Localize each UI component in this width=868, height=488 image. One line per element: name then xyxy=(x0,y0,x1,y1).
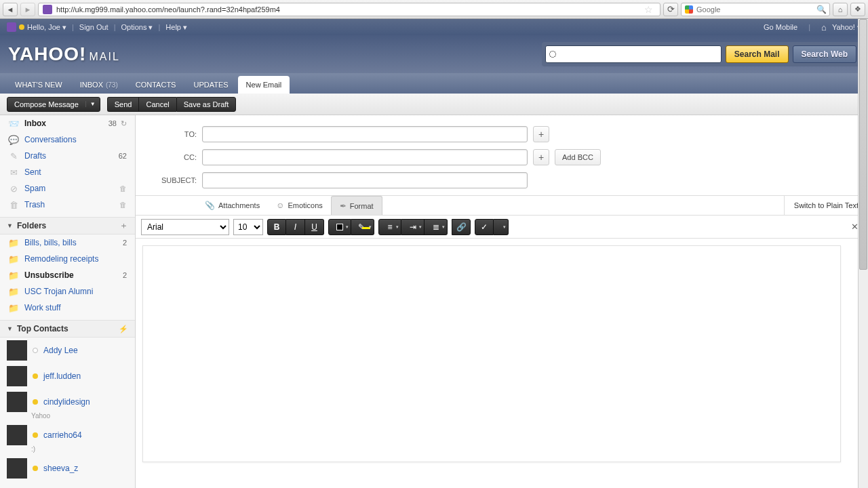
sent-icon: ✉ xyxy=(8,167,19,177)
custom-folder[interactable]: 📁Bills, bills, bills2 xyxy=(0,235,135,251)
compose-content: TO: + CC: + Add BCC SUBJECT: 📎Attachment… xyxy=(136,115,868,488)
status-icon xyxy=(33,373,38,379)
go-mobile-link[interactable]: Go Mobile xyxy=(764,23,797,31)
forward-button[interactable]: ► xyxy=(20,3,35,16)
tab-inbox[interactable]: INBOX(73) xyxy=(72,76,126,94)
spam-icon: ⊘ xyxy=(8,184,19,193)
reload-button[interactable] xyxy=(663,3,678,16)
link-button[interactable]: 🔗 xyxy=(452,219,471,235)
contact-item[interactable]: cindylidesign xyxy=(0,389,135,415)
add-bcc-button[interactable]: Add BCC xyxy=(555,149,601,165)
folder-inbox[interactable]: 📨 Inbox 38 ↻ xyxy=(0,115,135,131)
scrollbar-thumb[interactable] xyxy=(859,19,867,270)
list-button[interactable]: ≣ xyxy=(425,219,448,235)
add-cc-button[interactable]: + xyxy=(533,149,549,165)
to-input[interactable] xyxy=(202,126,528,142)
bolt-icon[interactable]: ⚡ xyxy=(119,325,128,333)
mail-search-cluster: Search Mail Search Web xyxy=(542,42,860,66)
contact-item[interactable]: carrieho64 xyxy=(0,422,135,448)
folder-conversations[interactable]: 💬 Conversations xyxy=(0,131,135,148)
avatar xyxy=(7,340,27,361)
switch-plain-text[interactable]: Switch to Plain Text xyxy=(784,196,868,215)
align-button[interactable]: ≡ xyxy=(378,219,401,235)
yahoo-favicon xyxy=(7,22,16,32)
folder-sent[interactable]: ✉ Sent xyxy=(0,164,135,180)
format-button[interactable]: ✒Format xyxy=(331,196,382,215)
search-web-button[interactable]: Search Web xyxy=(793,45,856,63)
folders-section-head[interactable]: ▼ Folders ＋ xyxy=(0,217,135,235)
bold-button[interactable]: B xyxy=(267,219,286,235)
custom-folder[interactable]: 📁USC Trojan Alumni xyxy=(0,283,135,300)
folder-icon: 📁 xyxy=(8,287,19,296)
folder-drafts[interactable]: ✎ Drafts 62 xyxy=(0,148,135,164)
yahoo-mail-logo[interactable]: YAHOO!MAIL xyxy=(8,43,120,65)
send-button[interactable]: Send xyxy=(107,97,139,112)
chevron-down-icon[interactable]: ▼ xyxy=(85,101,100,107)
avatar xyxy=(7,392,27,412)
magnifier-icon[interactable]: 🔍 xyxy=(816,5,827,14)
italic-button[interactable]: I xyxy=(286,219,305,235)
underline-button[interactable]: U xyxy=(305,219,324,235)
help-link[interactable]: Help ▾ xyxy=(165,23,187,32)
trash-icon: 🗑 xyxy=(8,200,19,209)
greeting-link[interactable]: Hello, Joe ▾ xyxy=(27,23,66,32)
browser-search[interactable]: 🔍 xyxy=(681,3,830,16)
to-label: TO: xyxy=(149,130,197,138)
emoticons-button[interactable]: ☺Emoticons xyxy=(268,196,331,215)
tab-new-email[interactable]: New Email xyxy=(238,76,290,94)
text-color-button[interactable] xyxy=(328,219,351,235)
cc-input[interactable] xyxy=(202,149,528,165)
tab-whats-new[interactable]: WHAT'S NEW xyxy=(7,76,71,94)
font-size-select[interactable]: 10 xyxy=(233,219,263,235)
smiley-icon: ☺ xyxy=(276,201,284,210)
url-bar[interactable]: http://uk.mg999.mail.yahoo.com/neo/launc… xyxy=(38,3,660,16)
tab-updates[interactable]: UPDATES xyxy=(185,76,236,94)
tab-contacts[interactable]: CONTACTS xyxy=(127,76,184,94)
spellcheck-button[interactable]: ✓ xyxy=(475,219,494,235)
compose-message-button[interactable]: Compose Message▼ xyxy=(7,97,100,112)
cancel-button[interactable]: Cancel xyxy=(138,97,176,112)
main-tabs: WHAT'S NEW INBOX(73) CONTACTS UPDATES Ne… xyxy=(0,73,868,94)
add-folder-icon[interactable]: ＋ xyxy=(119,220,128,232)
browser-search-input[interactable] xyxy=(696,5,814,14)
contact-item[interactable]: Addy Lee xyxy=(0,338,135,363)
pen-icon: ✒ xyxy=(340,201,347,211)
search-mail-button[interactable]: Search Mail xyxy=(726,45,789,63)
folder-trash[interactable]: 🗑 Trash 🗑 xyxy=(0,197,135,213)
conversations-icon: 💬 xyxy=(8,135,19,144)
contacts-section-head[interactable]: ▼ Top Contacts ⚡ xyxy=(0,320,135,338)
attachments-button[interactable]: 📎Attachments xyxy=(197,196,268,215)
extensions-button[interactable]: ❖ xyxy=(850,3,865,16)
empty-spam-icon[interactable]: 🗑 xyxy=(119,184,127,192)
indent-button[interactable]: ⇥ xyxy=(401,219,425,235)
save-draft-button[interactable]: Save as Draft xyxy=(176,97,237,112)
subject-input[interactable] xyxy=(202,172,528,188)
folder-spam[interactable]: ⊘ Spam 🗑 xyxy=(0,180,135,197)
cc-label: CC: xyxy=(149,153,197,161)
folder-icon: 📁 xyxy=(8,303,19,312)
custom-folder[interactable]: 📁Remodeling receipts xyxy=(0,251,135,267)
custom-folder[interactable]: 📁Work stuff xyxy=(0,300,135,316)
refresh-icon[interactable]: ↻ xyxy=(121,119,127,128)
paperclip-icon: 📎 xyxy=(205,201,215,210)
add-to-button[interactable]: + xyxy=(533,126,549,142)
sign-out-link[interactable]: Sign Out xyxy=(79,23,108,31)
subject-label: SUBJECT: xyxy=(149,176,197,184)
spellcheck-lang-button[interactable] xyxy=(494,219,509,235)
back-button[interactable]: ◄ xyxy=(3,3,18,16)
contact-item[interactable]: sheeva_z xyxy=(0,455,135,481)
mail-search-input[interactable] xyxy=(545,45,722,63)
insert-row: 📎Attachments ☺Emoticons ✒Format Switch t… xyxy=(136,195,868,216)
custom-folder[interactable]: 📁Unsubscribe2 xyxy=(0,267,135,283)
home-button[interactable]: ⌂ xyxy=(833,3,848,16)
yahoo-home-link[interactable]: Yahoo! ▾ xyxy=(832,23,861,32)
bookmark-star-icon[interactable]: ☆ xyxy=(644,4,653,15)
options-link[interactable]: Options ▾ xyxy=(121,23,153,32)
empty-trash-icon[interactable]: 🗑 xyxy=(119,201,127,209)
font-family-select[interactable]: Arial xyxy=(141,219,229,235)
contact-item[interactable]: jeff.ludden xyxy=(0,363,135,389)
message-body-editor[interactable] xyxy=(142,245,841,462)
highlight-color-button[interactable]: ✎ xyxy=(351,219,374,235)
vertical-scrollbar[interactable] xyxy=(858,19,868,488)
home-icon xyxy=(821,22,827,33)
